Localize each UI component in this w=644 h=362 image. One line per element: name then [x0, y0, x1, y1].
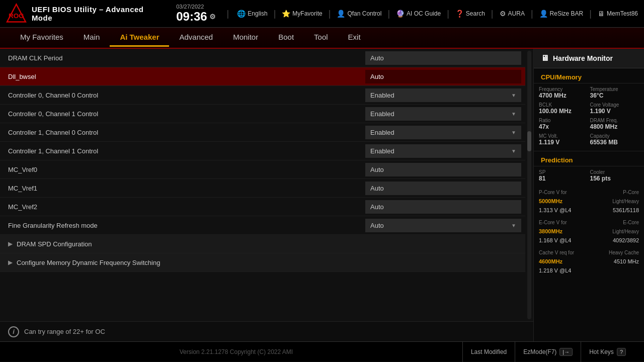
- tool-qfan[interactable]: 👤 Qfan Control: [337, 10, 381, 18]
- info-bar: i Can try range of 22+ for OC: [0, 321, 533, 341]
- hw-capacity: Capacity 65536 MB: [590, 133, 639, 146]
- row-mc-vref2[interactable]: MC_Vref2 Auto: [0, 198, 525, 216]
- row-ctrl0-ch1[interactable]: Controller 0, Channel 1 Control Enabled …: [0, 105, 525, 123]
- tool-myfavorite[interactable]: ⭐ MyFavorite: [282, 10, 322, 18]
- pred-ecore-row: E-Core V for 3800MHz 1.168 V @L4 E-CoreL…: [539, 217, 639, 244]
- hw-dram-freq-label: DRAM Freq.: [590, 118, 639, 123]
- nav-myfavorites[interactable]: My Favorites: [10, 29, 73, 47]
- sidebar: 🖥 Hardware Monitor CPU/Memory Frequency …: [533, 49, 644, 341]
- value-ctrl1-ch1[interactable]: Enabled ▼: [365, 144, 521, 158]
- nav-exit[interactable]: Exit: [338, 29, 371, 47]
- aura-icon: ⚙: [500, 10, 506, 18]
- scrollbar-area[interactable]: [525, 49, 533, 321]
- search-icon: ❓: [455, 10, 464, 18]
- hw-temperature: Temperature 36°C: [590, 86, 639, 99]
- nav-aitweaker[interactable]: Ai Tweaker: [110, 29, 169, 47]
- pcore-lh-label: P-CoreLight/Heavy: [612, 190, 639, 204]
- row-fine-granularity[interactable]: Fine Granularity Refresh mode Auto ▼: [0, 216, 525, 235]
- heavy-cache-value: 4510 MHz: [614, 258, 639, 264]
- hw-core-voltage-label: Core Voltage: [590, 102, 639, 108]
- hw-mc-volt-label: MC Volt.: [539, 133, 588, 139]
- row-dram-clk[interactable]: DRAM CLK Period Auto: [0, 49, 525, 67]
- footer-version: Version 2.21.1278 Copyright (C) 2022 AMI: [10, 348, 462, 355]
- ecore-lh-value: 4092/3892: [613, 237, 639, 243]
- header-title: UEFI BIOS Utility – Advanced Mode: [32, 5, 163, 22]
- info-text: Can try range of 22+ for OC: [24, 328, 105, 335]
- tool-search[interactable]: ❓ Search: [455, 10, 485, 18]
- label-mem-dynamic: ▶ Configure Memory Dynamic Frequency Swi…: [0, 255, 525, 270]
- dropdown-arrow-5: ▼: [511, 223, 516, 228]
- hw-capacity-value: 65536 MB: [590, 139, 639, 146]
- row-ctrl1-ch1[interactable]: Controller 1, Channel 1 Control Enabled …: [0, 142, 525, 160]
- dropdown-arrow-1: ▼: [511, 93, 516, 98]
- nav-main[interactable]: Main: [73, 29, 110, 47]
- label-ctrl0-ch1: Controller 0, Channel 1 Control: [0, 106, 361, 122]
- tool-memtest-label: MemTest86: [607, 10, 638, 17]
- hw-prediction-grid: SP 81 Cooler 156 pts: [534, 166, 644, 185]
- hw-capacity-label: Capacity: [590, 133, 639, 139]
- label-ctrl1-ch0: Controller 1, Channel 0 Control: [0, 125, 361, 140]
- tool-aioc[interactable]: 🔮 AI OC Guide: [396, 10, 441, 18]
- row-ctrl1-ch0[interactable]: Controller 1, Channel 0 Control Enabled …: [0, 123, 525, 142]
- nav-advanced[interactable]: Advanced: [169, 29, 223, 47]
- value-ctrl1-ch0[interactable]: Enabled ▼: [365, 126, 521, 139]
- footer-hotkeys[interactable]: Hot Keys ?: [581, 342, 634, 362]
- info-icon: i: [8, 326, 19, 337]
- monitor-icon: 🖥: [541, 54, 549, 63]
- dropdown-arrow-2: ▼: [511, 111, 516, 117]
- hw-bclk: BCLK 100.00 MHz: [539, 102, 588, 115]
- hw-frequency: Frequency 4700 MHz: [539, 86, 588, 99]
- divider-1: |: [227, 9, 229, 19]
- label-ctrl0-ch0: Controller 0, Channel 0 Control: [0, 87, 361, 103]
- value-dll-bwsel: Auto: [365, 70, 521, 83]
- ecore-lh-label: E-CoreLight/Heavy: [612, 220, 639, 234]
- pcore-label: P-Core V for: [539, 190, 567, 195]
- section-dram-spd[interactable]: ▶ DRAM SPD Configuration: [0, 235, 525, 253]
- ecore-freq: 3800MHz: [539, 228, 562, 234]
- hw-bclk-label: BCLK: [539, 102, 588, 108]
- tool-english-label: English: [248, 10, 267, 17]
- sidebar-title-text: Hardware Monitor: [553, 54, 613, 62]
- hw-core-voltage: Core Voltage 1.190 V: [590, 102, 639, 115]
- value-fine-granularity[interactable]: Auto ▼: [365, 219, 521, 232]
- svg-text:ROG: ROG: [9, 12, 24, 20]
- footer-last-modified[interactable]: Last Modified: [462, 342, 515, 362]
- row-mc-vref0[interactable]: MC_Vref0 Auto: [0, 160, 525, 179]
- scrollbar-track[interactable]: [527, 51, 531, 319]
- nav-tool[interactable]: Tool: [304, 29, 338, 47]
- sidebar-title: 🖥 Hardware Monitor: [534, 49, 644, 68]
- row-dll-bwsel[interactable]: Dll_bwsel Auto: [0, 67, 525, 86]
- tool-memtest[interactable]: 🖥 MemTest86: [598, 10, 638, 18]
- hw-cooler-label: Cooler: [590, 169, 639, 175]
- section-mem-dynamic[interactable]: ▶ Configure Memory Dynamic Frequency Swi…: [0, 253, 525, 272]
- tool-myfavorite-label: MyFavorite: [292, 10, 322, 17]
- hw-cooler: Cooler 156 pts: [590, 169, 639, 182]
- tool-aura-label: AURA: [508, 10, 525, 17]
- hw-dram-freq-value: 4800 MHz: [590, 123, 639, 130]
- chevron-dram-spd: ▶: [8, 240, 13, 247]
- row-mc-vref1[interactable]: MC_Vref1 Auto: [0, 179, 525, 198]
- label-mc-vref0: MC_Vref0: [0, 162, 361, 177]
- globe-icon: 🌐: [237, 10, 246, 18]
- header-tools: 🌐 English | ⭐ MyFavorite | 👤 Qfan Contro…: [237, 9, 638, 19]
- scrollbar-thumb[interactable]: [527, 131, 531, 151]
- cache-freq: 4600MHz: [539, 258, 562, 264]
- pred-pcore-row: P-Core V for 5000MHz 1.313 V @L4 P-CoreL…: [539, 187, 639, 214]
- resizebar-icon: 👤: [539, 10, 548, 18]
- nav-boot[interactable]: Boot: [268, 29, 304, 47]
- tool-aura[interactable]: ⚙ AURA: [500, 10, 525, 18]
- ecore-sub1: 1.168 V @L4: [539, 237, 571, 243]
- hw-core-voltage-value: 1.190 V: [590, 108, 639, 115]
- tool-search-label: Search: [466, 10, 485, 17]
- tool-resizebar[interactable]: 👤 ReSize BAR: [539, 10, 584, 18]
- tool-english[interactable]: 🌐 English: [237, 10, 267, 18]
- nav-monitor[interactable]: Monitor: [223, 29, 268, 47]
- hw-dram-freq: DRAM Freq. 4800 MHz: [590, 118, 639, 130]
- footer-ezmode[interactable]: EzMode(F7) |→: [515, 342, 581, 362]
- hw-ratio: Ratio 47x: [539, 118, 588, 130]
- value-ctrl0-ch1[interactable]: Enabled ▼: [365, 107, 521, 121]
- date-text: 03/27/2022: [176, 4, 215, 10]
- value-ctrl0-ch0[interactable]: Enabled ▼: [365, 88, 521, 102]
- pcore-lh-value: 5361/5118: [613, 207, 639, 213]
- row-ctrl0-ch0[interactable]: Controller 0, Channel 0 Control Enabled …: [0, 86, 525, 105]
